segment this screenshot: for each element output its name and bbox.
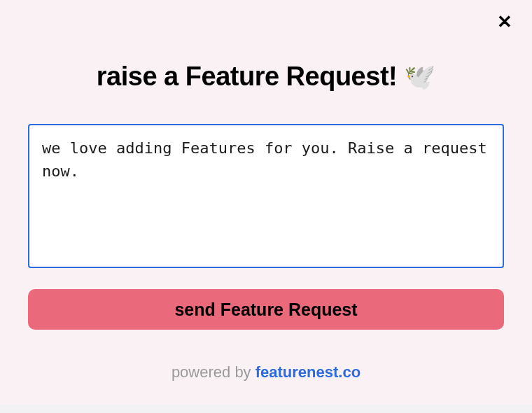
send-feature-request-button[interactable]: send Feature Request [28,289,504,330]
footer-prefix: powered by [172,363,255,381]
feature-request-input[interactable]: we love adding Features for you. Raise a… [28,124,504,268]
title-row: raise a Feature Request! 🕊️ [97,62,435,92]
close-button[interactable]: ✕ [497,13,512,31]
modal-title: raise a Feature Request! [97,62,397,92]
dove-icon: 🕊️ [404,64,435,90]
modal-content: raise a Feature Request! 🕊️ we love addi… [0,0,532,382]
powered-by-footer: powered by featurenest.co [172,363,360,382]
bottom-strip [0,405,532,413]
featurenest-link[interactable]: featurenest.co [255,363,360,381]
close-icon: ✕ [497,11,512,32]
